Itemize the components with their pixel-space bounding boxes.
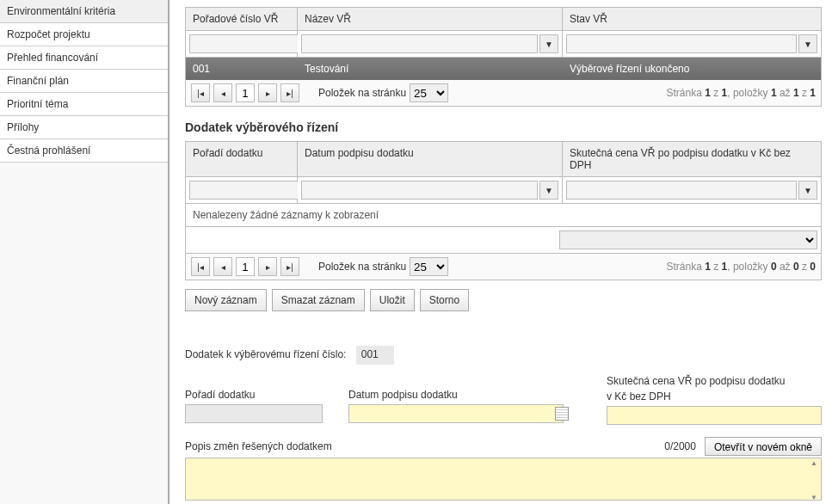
grid-dodatek: Pořadí dodatku Datum podpisu dodatku Sku… — [185, 141, 822, 280]
grid2-header-c1[interactable]: Pořadí dodatku — [186, 142, 298, 177]
pager-prev-icon[interactable]: ◂ — [213, 83, 232, 102]
pager-info: Stránka 1 z 1, položky 1 až 1 z 1 — [666, 87, 816, 99]
sidebar-item-attachments[interactable]: Přílohy — [0, 116, 168, 139]
sidebar-item-budget[interactable]: Rozpočet projektu — [0, 23, 168, 46]
grid2-filter-c2[interactable] — [301, 181, 538, 200]
grid2-empty-message: Nenalezeny žádné záznamy k zobrazení — [186, 204, 821, 227]
date-label: Datum podpisu dodatku — [348, 389, 572, 401]
filter-icon[interactable]: ▼ — [798, 181, 817, 200]
grid1-row-c3: Výběrové řízení ukončeno — [563, 58, 821, 80]
grid1-header-c2[interactable]: Název VŘ — [298, 8, 563, 31]
grid2-header-c3[interactable]: Skutečná cena VŘ po podpisu dodatku v Kč… — [563, 142, 821, 177]
grid1-row-c2: Testování — [298, 58, 563, 80]
section-title-dodatek: Dodatek výběrového řízení — [185, 120, 822, 134]
pager-last-icon[interactable]: ▸| — [280, 257, 299, 276]
new-button[interactable]: Nový záznam — [185, 289, 267, 311]
sidebar: Environmentální kritéria Rozpočet projek… — [0, 0, 169, 504]
grid1-filter-c3[interactable] — [566, 34, 797, 53]
price-input[interactable] — [607, 406, 822, 425]
pager-first-icon[interactable]: |◂ — [191, 83, 210, 102]
filter-icon[interactable]: ▼ — [798, 34, 817, 53]
scroll-down-icon[interactable]: ▼ — [808, 494, 820, 501]
pager-last-icon[interactable]: ▸| — [280, 83, 299, 102]
pager-size-select[interactable]: 25 — [410, 257, 448, 276]
grid2-header-c2[interactable]: Datum podpisu dodatku — [298, 142, 563, 177]
calendar-icon[interactable] — [555, 407, 569, 421]
save-button[interactable]: Uložit — [370, 289, 415, 311]
grid-vr: Pořadové číslo VŘ Název VŘ Stav VŘ ▼ ▼ ▼… — [185, 7, 822, 107]
pager-size-label: Položek na stránku — [318, 87, 406, 99]
open-new-window-button[interactable]: Otevřít v novém okně — [705, 437, 822, 456]
toolbar: Nový záznam Smazat záznam Uložit Storno — [185, 289, 822, 311]
pager-next-icon[interactable]: ▸ — [258, 257, 277, 276]
desc-label: Popis změn řešených dodatkem — [185, 440, 627, 452]
filter-icon[interactable]: ▼ — [539, 34, 558, 53]
grid2-filter-c3[interactable] — [566, 181, 797, 200]
delete-button[interactable]: Smazat záznam — [272, 289, 365, 311]
order-label: Pořadí dodatku — [185, 389, 331, 401]
grid1-header-c1[interactable]: Pořadové číslo VŘ — [186, 8, 298, 31]
textarea-scrollbar[interactable]: ▲ ▼ — [808, 459, 820, 501]
char-counter: 0/2000 — [627, 440, 705, 452]
sidebar-item-env[interactable]: Environmentální kritéria — [0, 0, 168, 23]
scroll-up-icon[interactable]: ▲ — [808, 459, 820, 467]
grid1-row-c1: 001 — [186, 58, 298, 80]
pager-info: Stránka 1 z 1, položky 0 až 0 z 0 — [666, 261, 816, 273]
order-input[interactable] — [185, 404, 323, 423]
pager-page-input[interactable] — [236, 257, 255, 276]
cancel-button[interactable]: Storno — [420, 289, 469, 311]
sidebar-item-financing[interactable]: Přehled financování — [0, 46, 168, 70]
sidebar-item-finplan[interactable]: Finanční plán — [0, 70, 168, 93]
main-content: Pořadové číslo VŘ Název VŘ Stav VŘ ▼ ▼ ▼… — [169, 0, 832, 504]
pager-page-input[interactable] — [236, 83, 255, 102]
grid1-header-c3[interactable]: Stav VŘ — [563, 8, 821, 31]
sidebar-item-declarations[interactable]: Čestná prohlášení — [0, 139, 168, 163]
form-title-value: 001 — [356, 346, 394, 365]
form-title-label: Dodatek k výběrovému řízení číslo: — [185, 348, 346, 360]
pager-size-select[interactable]: 25 — [410, 83, 448, 102]
pager-first-icon[interactable]: |◂ — [191, 257, 210, 276]
pager-size-label: Položek na stránku — [318, 261, 406, 273]
pager-next-icon[interactable]: ▸ — [258, 83, 277, 102]
grid1-pager: |◂ ◂ ▸ ▸| Položek na stránku 25 Stránka … — [186, 80, 821, 106]
form: Dodatek k výběrovému řízení číslo: 001 P… — [185, 346, 822, 503]
price-label-l1: Skutečná cena VŘ po podpisu dodatku — [607, 375, 822, 387]
desc-textarea[interactable] — [185, 458, 822, 501]
grid2-pager: |◂ ◂ ▸ ▸| Položek na stránku 25 Stránka … — [186, 254, 821, 280]
pager-prev-icon[interactable]: ◂ — [213, 257, 232, 276]
grid2-dropdown[interactable] — [559, 230, 817, 249]
price-label-l2: v Kč bez DPH — [607, 390, 822, 403]
table-row[interactable]: 001 Testování Výběrové řízení ukončeno — [186, 58, 821, 80]
grid1-filter-c2[interactable] — [301, 34, 538, 53]
sidebar-item-priority[interactable]: Prioritní téma — [0, 93, 168, 116]
date-input[interactable] — [348, 404, 564, 423]
filter-icon[interactable]: ▼ — [539, 181, 558, 200]
